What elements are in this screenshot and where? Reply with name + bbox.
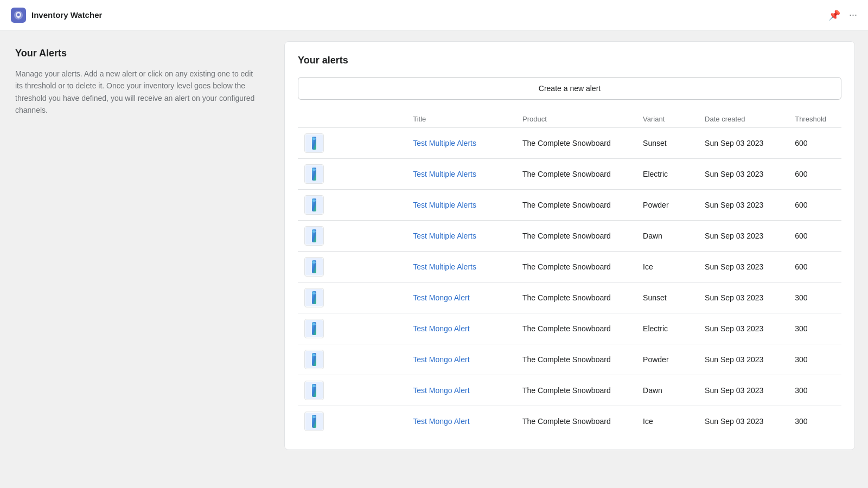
product-name-cell: The Complete Snowboard: [516, 221, 636, 252]
alert-title-cell: Test Mongo Alert: [406, 406, 516, 437]
date-created-cell: Sun Sep 03 2023: [698, 344, 788, 375]
alert-title-link[interactable]: Test Multiple Alerts: [413, 262, 476, 271]
date-created-cell: Sun Sep 03 2023: [698, 252, 788, 282]
svg-point-33: [312, 354, 316, 356]
svg-point-41: [312, 416, 316, 418]
threshold-cell: 300: [788, 406, 841, 437]
alert-title-link[interactable]: Test Mongo Alert: [413, 324, 469, 333]
alert-title-link[interactable]: Test Multiple Alerts: [413, 170, 476, 178]
alert-title-link[interactable]: Test Mongo Alert: [413, 355, 469, 364]
date-created-cell: Sun Sep 03 2023: [698, 313, 788, 344]
product-name-cell: The Complete Snowboard: [516, 282, 636, 313]
app-icon: [11, 8, 26, 23]
top-bar-right: 📌 ···: [828, 9, 857, 21]
col-header-threshold: Threshold: [788, 111, 841, 128]
threshold-cell: 600: [788, 128, 841, 159]
table-row: Test Multiple AlertsThe Complete Snowboa…: [298, 159, 841, 190]
alert-title-link[interactable]: Test Multiple Alerts: [413, 232, 476, 240]
product-thumbnail: [304, 350, 324, 369]
alert-title-link[interactable]: Test Mongo Alert: [413, 293, 469, 302]
alert-title-link[interactable]: Test Multiple Alerts: [413, 139, 476, 147]
col-header-title: [298, 111, 406, 128]
sidebar: Your Alerts Manage your alerts. Add a ne…: [0, 30, 271, 488]
threshold-cell: 600: [788, 221, 841, 252]
col-header-date: Date created: [698, 111, 788, 128]
date-created-cell: Sun Sep 03 2023: [698, 406, 788, 437]
product-thumbnail: [304, 319, 324, 338]
create-alert-button[interactable]: Create a new alert: [298, 77, 841, 100]
product-name-cell: The Complete Snowboard: [516, 159, 636, 190]
date-created-cell: Sun Sep 03 2023: [698, 128, 788, 159]
product-thumbnail: [304, 288, 324, 307]
product-name-cell: The Complete Snowboard: [516, 344, 636, 375]
variant-cell: Sunset: [636, 128, 698, 159]
threshold-cell: 300: [788, 313, 841, 344]
svg-point-17: [312, 230, 316, 233]
date-created-cell: Sun Sep 03 2023: [698, 282, 788, 313]
variant-cell: Sunset: [636, 282, 698, 313]
variant-cell: Powder: [636, 344, 698, 375]
product-thumbnail-cell: [298, 221, 406, 252]
product-thumbnail: [304, 412, 324, 431]
date-created-cell: Sun Sep 03 2023: [698, 375, 788, 406]
alert-title-link[interactable]: Test Multiple Alerts: [413, 201, 476, 209]
product-thumbnail-cell: [298, 375, 406, 406]
alert-title-cell: Test Multiple Alerts: [406, 252, 516, 282]
product-name-cell: The Complete Snowboard: [516, 252, 636, 282]
product-name-cell: The Complete Snowboard: [516, 406, 636, 437]
svg-point-13: [312, 200, 316, 202]
svg-point-21: [312, 261, 316, 264]
svg-point-5: [312, 138, 316, 140]
variant-cell: Dawn: [636, 375, 698, 406]
alert-title-link[interactable]: Test Mongo Alert: [413, 386, 469, 395]
top-bar: Inventory Watcher 📌 ···: [0, 0, 868, 30]
threshold-cell: 600: [788, 159, 841, 190]
svg-point-25: [312, 292, 316, 294]
more-menu-icon[interactable]: ···: [849, 9, 857, 21]
variant-cell: Powder: [636, 190, 698, 221]
product-thumbnail: [304, 257, 324, 277]
alert-title-link[interactable]: Test Mongo Alert: [413, 417, 469, 426]
alert-title-cell: Test Mongo Alert: [406, 313, 516, 344]
product-thumbnail-cell: [298, 190, 406, 221]
product-thumbnail-cell: [298, 406, 406, 437]
variant-cell: Electric: [636, 159, 698, 190]
pin-icon[interactable]: 📌: [828, 9, 840, 21]
alert-title-cell: Test Multiple Alerts: [406, 128, 516, 159]
product-thumbnail-cell: [298, 159, 406, 190]
table-row: Test Mongo AlertThe Complete SnowboardDa…: [298, 375, 841, 406]
alerts-card: Your alerts Create a new alert Title Pro…: [284, 41, 855, 450]
product-name-cell: The Complete Snowboard: [516, 190, 636, 221]
table-row: Test Mongo AlertThe Complete SnowboardIc…: [298, 406, 841, 437]
variant-cell: Ice: [636, 252, 698, 282]
date-created-cell: Sun Sep 03 2023: [698, 159, 788, 190]
variant-cell: Dawn: [636, 221, 698, 252]
col-header-title-label: Title: [406, 111, 516, 128]
threshold-cell: 300: [788, 282, 841, 313]
col-header-product: Product: [516, 111, 636, 128]
table-row: Test Multiple AlertsThe Complete Snowboa…: [298, 128, 841, 159]
svg-point-29: [312, 323, 316, 325]
main-layout: Your Alerts Manage your alerts. Add a ne…: [0, 30, 868, 488]
svg-point-37: [312, 385, 316, 387]
product-thumbnail-cell: [298, 313, 406, 344]
alerts-table: Title Product Variant Date created Thres…: [298, 111, 841, 436]
table-header-row: Title Product Variant Date created Thres…: [298, 111, 841, 128]
content-area: Your alerts Create a new alert Title Pro…: [271, 30, 868, 488]
alert-title-cell: Test Multiple Alerts: [406, 190, 516, 221]
svg-point-9: [312, 169, 316, 171]
date-created-cell: Sun Sep 03 2023: [698, 190, 788, 221]
alert-title-cell: Test Mongo Alert: [406, 344, 516, 375]
sidebar-description: Manage your alerts. Add a new alert or c…: [15, 68, 256, 117]
alert-title-cell: Test Multiple Alerts: [406, 221, 516, 252]
product-thumbnail-cell: [298, 252, 406, 282]
product-name-cell: The Complete Snowboard: [516, 128, 636, 159]
app-title: Inventory Watcher: [31, 10, 102, 20]
threshold-cell: 300: [788, 344, 841, 375]
product-thumbnail: [304, 133, 324, 153]
date-created-cell: Sun Sep 03 2023: [698, 221, 788, 252]
table-row: Test Mongo AlertThe Complete SnowboardPo…: [298, 344, 841, 375]
table-row: Test Multiple AlertsThe Complete Snowboa…: [298, 221, 841, 252]
sidebar-title: Your Alerts: [15, 48, 256, 59]
product-thumbnail: [304, 164, 324, 184]
